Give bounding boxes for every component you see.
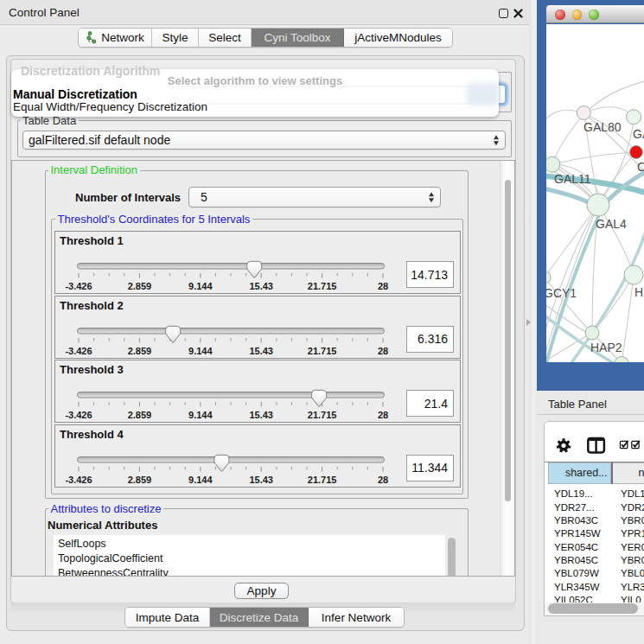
svg-text:9.144: 9.144 xyxy=(188,410,213,420)
svg-text:2.859: 2.859 xyxy=(128,281,152,291)
svg-text:2.859: 2.859 xyxy=(128,345,152,355)
svg-text:15.43: 15.43 xyxy=(249,281,273,291)
svg-text:2.859: 2.859 xyxy=(128,474,152,484)
svg-text:28: 28 xyxy=(378,410,388,420)
svg-text:GCY1: GCY1 xyxy=(546,286,577,300)
svg-text:21.715: 21.715 xyxy=(308,410,337,420)
svg-text:2.859: 2.859 xyxy=(128,410,152,420)
svg-text:HAP2: HAP2 xyxy=(590,341,622,354)
svg-text:28: 28 xyxy=(378,281,388,291)
svg-text:-3.426: -3.426 xyxy=(65,410,92,420)
svg-text:28: 28 xyxy=(378,474,388,484)
svg-text:GA: GA xyxy=(633,127,644,141)
svg-text:21.715: 21.715 xyxy=(308,345,337,355)
svg-text:9.144: 9.144 xyxy=(188,281,213,291)
svg-text:GAL4: GAL4 xyxy=(596,217,627,231)
svg-text:-3.426: -3.426 xyxy=(65,474,92,484)
svg-text:C: C xyxy=(637,160,644,174)
svg-text:GAL80: GAL80 xyxy=(583,120,622,134)
svg-text:21.715: 21.715 xyxy=(308,474,337,484)
svg-text:15.43: 15.43 xyxy=(249,474,273,484)
svg-text:15.43: 15.43 xyxy=(249,345,273,355)
svg-text:-3.426: -3.426 xyxy=(65,281,92,291)
svg-text:21.715: 21.715 xyxy=(308,281,337,291)
svg-text:28: 28 xyxy=(378,345,388,355)
svg-text:9.144: 9.144 xyxy=(188,474,213,484)
svg-text:-3.426: -3.426 xyxy=(65,345,92,355)
svg-text:H: H xyxy=(634,285,643,299)
svg-text:9.144: 9.144 xyxy=(188,345,213,355)
svg-text:GAL11: GAL11 xyxy=(554,172,591,186)
svg-text:15.43: 15.43 xyxy=(249,410,273,420)
